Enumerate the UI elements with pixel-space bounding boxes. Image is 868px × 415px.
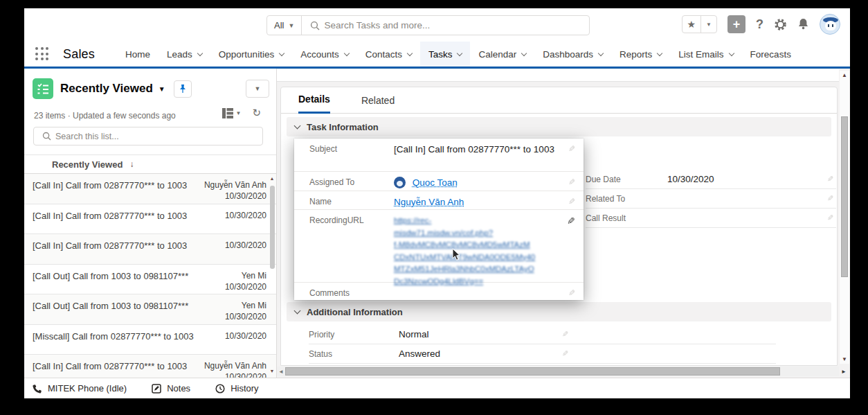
scroll-thumb[interactable] xyxy=(285,367,780,376)
field-label: Name xyxy=(309,191,394,209)
list-item-subject[interactable]: [Call In] Call from 02877770*** to 1003 xyxy=(33,359,187,378)
edit-pencil-icon[interactable]: ✎ xyxy=(562,330,568,339)
scroll-thumb[interactable] xyxy=(841,116,848,277)
assigned-to-link[interactable]: Quoc Toan xyxy=(413,177,458,188)
recording-url-link[interactable]: https://rec-misdw71.misdw.vn/cof.php?f-M… xyxy=(394,210,535,282)
search-scope-dropdown[interactable]: All ▼ xyxy=(267,16,302,35)
scroll-right-icon[interactable]: ► xyxy=(839,367,849,376)
chevron-down-icon xyxy=(728,50,734,55)
recording-url-line[interactable]: f-M8dvMC8vMC8vMC8vMD5wMTAzM xyxy=(394,239,535,251)
nav-item-home[interactable]: Home xyxy=(117,42,159,67)
scroll-left-icon[interactable]: ◄ xyxy=(277,369,285,375)
search-icon xyxy=(42,132,51,141)
search-input[interactable] xyxy=(324,20,589,30)
list-item-subject[interactable]: [Call In] Call from 02877770*** to 1003 xyxy=(33,178,187,200)
sidebar-scrollbar[interactable]: ▲ ▼ xyxy=(269,176,275,373)
search-icon xyxy=(310,21,320,30)
utility-item-history[interactable]: History xyxy=(215,383,258,394)
list-item[interactable]: [Call In] Call from 02877770*** to 1003N… xyxy=(24,174,276,204)
list-view-selector-caret[interactable]: ▼ xyxy=(159,85,165,93)
list-search-input[interactable] xyxy=(55,132,262,141)
nav-item-opportunities[interactable]: Opportunities xyxy=(210,42,292,67)
edit-pencil-icon[interactable]: ✎ xyxy=(568,197,575,206)
utility-item-notes[interactable]: Notes xyxy=(152,383,190,394)
list-item-subject[interactable]: [Call In] Call from 02877770*** to 1003 xyxy=(33,209,187,231)
edit-pencil-icon[interactable]: ✎ xyxy=(827,194,833,203)
display-as-icon[interactable]: ▼ xyxy=(222,108,242,118)
recording-url-line[interactable]: https://rec- xyxy=(394,215,535,227)
nav-item-accounts[interactable]: Accounts xyxy=(292,42,357,67)
name-link[interactable]: Nguyễn Văn Anh xyxy=(394,197,464,207)
list-item[interactable]: [Call In] Call from 02877770*** to 10031… xyxy=(24,204,276,235)
global-actions-button[interactable]: + xyxy=(727,15,745,33)
list-item[interactable]: [Call In] Call from 02877770*** to 1003N… xyxy=(24,355,276,378)
edit-pencil-icon[interactable]: ✎ xyxy=(567,215,575,227)
global-search[interactable]: All ▼ xyxy=(266,15,590,35)
field-value: Normal xyxy=(399,329,429,339)
section-task-information[interactable]: Task Information xyxy=(287,117,831,136)
scroll-up-icon[interactable]: ▲ xyxy=(840,72,849,78)
list-item-subject[interactable]: [Call Out] Call from 1003 to 0981107*** xyxy=(33,269,188,291)
edit-pencil-icon[interactable]: ✎ xyxy=(568,177,575,187)
setup-gear-icon[interactable] xyxy=(774,18,787,31)
recording-url-line[interactable]: CDxNTUxMTVAMT9wNDA0ODE5My40 xyxy=(394,251,535,264)
history-icon xyxy=(215,384,225,394)
scroll-thumb[interactable] xyxy=(270,186,275,269)
chevron-down-icon xyxy=(521,50,527,55)
record-detail-area: Details Related Task Information Due Dat… xyxy=(277,69,850,378)
section-additional-information[interactable]: Additional Information xyxy=(287,302,831,321)
help-button[interactable]: ? xyxy=(756,17,763,32)
field-label: RecordingURL xyxy=(309,210,394,282)
chevron-down-icon xyxy=(294,307,301,314)
vertical-scrollbar[interactable]: ▲ ▼ xyxy=(840,71,849,364)
scroll-down-icon[interactable]: ▼ xyxy=(269,369,275,373)
list-item-subject[interactable]: [Call In] Call from 02877770*** to 1003 xyxy=(33,238,187,261)
notifications-bell-icon[interactable] xyxy=(797,18,809,30)
nav-item-tasks[interactable]: Tasks xyxy=(420,42,471,67)
refresh-icon[interactable]: ↻ xyxy=(252,107,261,119)
recording-url-line[interactable]: MTZxM51JeHRla3NhbC0xMDAzLTAyO xyxy=(394,263,535,276)
pin-list-button[interactable] xyxy=(174,80,192,98)
scroll-up-icon[interactable]: ▲ xyxy=(269,176,275,181)
list-item[interactable]: [Misscall] Call from 02877770*** to 1003… xyxy=(24,325,276,355)
list-item[interactable]: [Call Out] Call from 1003 to 0981107***Y… xyxy=(24,294,276,325)
recording-url-line[interactable]: misdw71.misdw.vn/cof.php? xyxy=(394,227,535,240)
app-launcher-waffle-icon[interactable] xyxy=(35,47,49,61)
nav-item-forecasts[interactable]: Forecasts xyxy=(742,42,799,67)
user-avatar[interactable] xyxy=(820,14,840,35)
nav-item-reports[interactable]: Reports xyxy=(611,42,670,67)
nav-item-list-emails[interactable]: List Emails xyxy=(670,42,741,67)
tab-details[interactable]: Details xyxy=(298,94,330,114)
list-item[interactable]: [Call Out] Call from 1003 to 0981107***Y… xyxy=(24,265,276,295)
edit-pencil-icon[interactable]: ✎ xyxy=(568,144,575,154)
field-label: Due Date xyxy=(586,175,667,184)
edit-pencil-icon[interactable]: ✎ xyxy=(827,175,833,184)
nav-item-calendar[interactable]: Calendar xyxy=(470,42,534,67)
edit-pencil-icon[interactable]: ✎ xyxy=(562,349,568,358)
edit-pencil-icon[interactable]: ✎ xyxy=(568,288,575,298)
list-actions-dropdown[interactable]: ▼ xyxy=(246,80,269,98)
nav-item-dashboards[interactable]: Dashboards xyxy=(534,42,611,67)
field-due-date: Due Date 10/30/2020 ✎ xyxy=(586,170,836,189)
nav-item-leads[interactable]: Leads xyxy=(159,42,210,67)
field-related-to: Related To ✎ xyxy=(586,189,836,209)
favorites-dropdown[interactable]: ▼ xyxy=(701,16,716,33)
list-item-subject[interactable]: [Call Out] Call from 1003 to 0981107*** xyxy=(33,299,188,321)
nav-item-label: Dashboards xyxy=(543,49,593,60)
list-item-subject[interactable]: [Misscall] Call from 02877770*** to 1003 xyxy=(33,329,194,351)
scroll-down-icon[interactable]: ▼ xyxy=(840,356,849,362)
utility-item-phone[interactable]: MITEK Phone (Idle) xyxy=(33,383,127,394)
chevron-down-icon xyxy=(657,50,662,55)
horizontal-scrollbar[interactable]: ◄ xyxy=(277,367,839,376)
list-item-name: Yen Mi xyxy=(242,300,266,311)
list-item[interactable]: [Call In] Call from 02877770*** to 10031… xyxy=(24,234,276,265)
tab-related[interactable]: Related xyxy=(361,95,395,113)
star-icon[interactable]: ★ xyxy=(682,16,702,33)
field-priority: Priority Normal ✎ xyxy=(309,325,776,344)
list-search-box[interactable] xyxy=(33,127,263,145)
favorites-button[interactable]: ★ ▼ xyxy=(682,15,717,33)
nav-item-contacts[interactable]: Contacts xyxy=(357,42,420,67)
list-item-date: 10/30/2020 xyxy=(225,281,266,292)
sort-column-header[interactable]: Recently Viewed ↓ xyxy=(24,154,276,174)
edit-pencil-icon[interactable]: ✎ xyxy=(827,213,833,222)
